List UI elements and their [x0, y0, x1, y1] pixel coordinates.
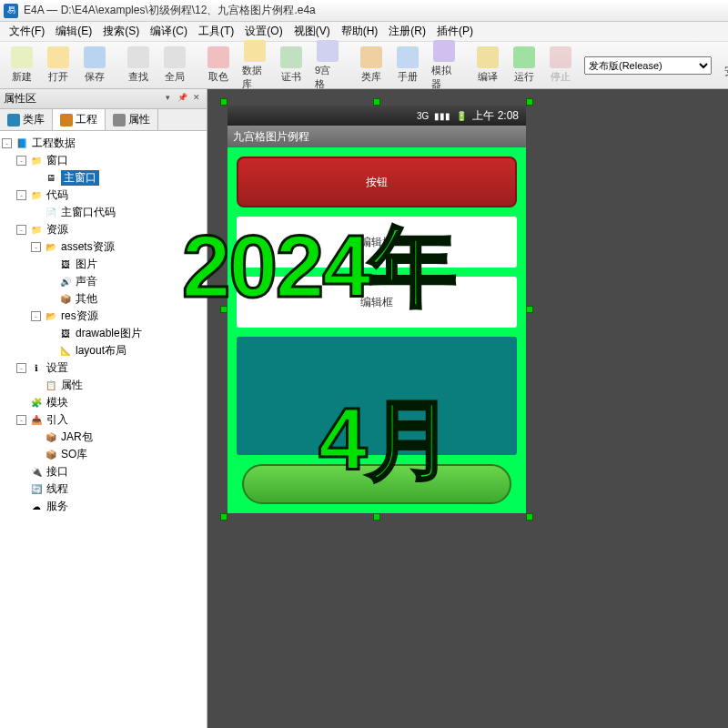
node-icon: 📥 [29, 414, 44, 427]
panel-dropdown-icon[interactable]: ▾ [161, 93, 174, 106]
panel-title: 属性区 [4, 91, 159, 106]
toolbar-icon [513, 46, 535, 68]
tree-node[interactable]: ☁服务 [2, 498, 205, 515]
node-label: 设置 [46, 360, 68, 376]
toolbar-取色[interactable]: 取色 [200, 45, 237, 86]
tree-node[interactable]: -📂assets资源 [2, 238, 205, 256]
tab-工程[interactable]: 工程 [53, 109, 106, 130]
tree-node[interactable]: 🖼drawable图片 [2, 325, 205, 342]
expand-icon[interactable]: - [2, 138, 12, 148]
toolbar-9宫格[interactable]: 9宫格 [309, 38, 346, 93]
node-label: 引入 [46, 412, 68, 428]
toolbar-label: 停止 [551, 70, 571, 84]
expand-icon[interactable]: - [16, 415, 26, 425]
expand-icon[interactable]: - [16, 156, 26, 166]
toolbar-手册[interactable]: 手册 [389, 45, 426, 86]
tab-属性[interactable]: 属性 [106, 109, 158, 130]
tab-label: 工程 [76, 112, 97, 127]
toolbar-extra[interactable]: 安 [712, 49, 728, 81]
tree-node[interactable]: 📋属性 [2, 377, 205, 394]
toolbar-停止: 停止 [542, 45, 579, 86]
toolbar-全局[interactable]: 全局 [157, 45, 193, 86]
toolbar-保存[interactable]: 保存 [76, 45, 113, 86]
toolbar-数据库[interactable]: 数据库 [237, 38, 273, 93]
expand-icon[interactable]: - [31, 311, 41, 321]
node-icon: 📂 [44, 310, 58, 323]
expand-icon[interactable]: - [16, 363, 26, 373]
node-label: 窗口 [46, 153, 68, 168]
left-panel: 属性区 ▾ 📌 ✕ 类库工程属性 -📘工程数据-📁窗口🖥主窗口-📁代码📄主窗口代… [0, 89, 207, 728]
toolbar-label: 9宫格 [315, 64, 340, 91]
toolbar-icon [244, 40, 266, 62]
tree-node[interactable]: 📦SO库 [2, 446, 205, 463]
tree-node[interactable]: -📥引入 [2, 411, 205, 429]
tree-node[interactable]: -📂res资源 [2, 308, 205, 325]
handle-bot-right[interactable] [526, 513, 533, 521]
handle-top-mid[interactable] [373, 98, 380, 106]
menu-1[interactable]: 编辑(E) [50, 22, 97, 41]
handle-mid-right[interactable] [526, 306, 533, 313]
node-icon: ℹ [29, 362, 44, 375]
tree-node[interactable]: -📁资源 [2, 221, 205, 238]
build-config-combo[interactable]: 发布版(Release) [584, 56, 712, 75]
toolbar-运行[interactable]: 运行 [506, 45, 542, 86]
handle-bot-mid[interactable] [373, 513, 380, 521]
tree-node[interactable]: 🔌接口 [2, 463, 205, 480]
tree-node[interactable]: 🔄线程 [2, 480, 205, 498]
expand-icon[interactable]: - [16, 225, 26, 235]
menu-2[interactable]: 搜索(S) [97, 22, 145, 41]
handle-bot-left[interactable] [220, 513, 228, 521]
tree-node[interactable]: 🔊声音 [2, 273, 205, 290]
node-icon: 📁 [29, 155, 44, 167]
device-preview[interactable]: 3G ▮▮▮ 🔋 上午 2:08 九宫格图片例程 按钮 编辑框 编辑框 [228, 106, 526, 513]
toolbar-模拟器[interactable]: 模拟器 [426, 38, 462, 93]
panel-pin-icon[interactable]: 📌 [176, 93, 188, 106]
selection-handles[interactable] [224, 102, 530, 517]
expand-icon[interactable]: - [31, 242, 41, 252]
menu-8[interactable]: 注册(R) [383, 22, 431, 41]
node-icon: 📘 [15, 137, 29, 150]
tree-node[interactable]: 📄主窗口代码 [2, 204, 205, 221]
toolbar-label: 类库 [361, 70, 381, 84]
tree-node[interactable]: -📘工程数据 [2, 135, 205, 152]
node-label: 主窗口代码 [61, 205, 116, 220]
tree-node[interactable]: 📦其他 [2, 290, 205, 308]
tab-类库[interactable]: 类库 [0, 109, 53, 130]
tree-node[interactable]: 📐layout布局 [2, 342, 205, 359]
tree-node[interactable]: 🖥主窗口 [2, 169, 205, 187]
toolbar-label: 新建 [12, 70, 32, 84]
tree-node[interactable]: 🖼图片 [2, 256, 205, 273]
handle-top-right[interactable] [526, 98, 533, 106]
toolbar-icon [433, 40, 455, 62]
design-canvas[interactable]: 3G ▮▮▮ 🔋 上午 2:08 九宫格图片例程 按钮 编辑框 编辑框 [207, 89, 728, 728]
tree-node[interactable]: -📁代码 [2, 187, 205, 204]
toolbar-编译[interactable]: 编译 [470, 45, 506, 86]
toolbar-证书[interactable]: 证书 [273, 45, 309, 86]
tab-icon [113, 114, 126, 126]
handle-top-left[interactable] [220, 98, 228, 106]
expand-icon[interactable]: - [16, 190, 26, 200]
node-label: 代码 [46, 187, 68, 203]
node-label: 工程数据 [32, 136, 76, 151]
menu-0[interactable]: 文件(F) [4, 22, 50, 41]
node-label: 资源 [46, 222, 68, 238]
node-label: 其他 [76, 291, 97, 307]
toolbar-查找[interactable]: 查找 [120, 45, 157, 86]
tree-node[interactable]: 📦JAR包 [2, 429, 205, 446]
toolbar-类库[interactable]: 类库 [353, 45, 389, 86]
node-label: 服务 [46, 499, 68, 514]
tree-node[interactable]: 🧩模块 [2, 394, 205, 411]
menubar: 文件(F)编辑(E)搜索(S)编译(C)工具(T)设置(O)视图(V)帮助(H)… [0, 22, 728, 42]
toolbar-新建[interactable]: 新建 [4, 45, 40, 86]
node-icon: 🖼 [58, 328, 73, 340]
toolbar-icon [397, 46, 419, 68]
menu-4[interactable]: 工具(T) [193, 22, 239, 41]
node-icon: 🧩 [29, 397, 44, 410]
toolbar-打开[interactable]: 打开 [40, 45, 76, 86]
node-icon: 📁 [29, 224, 44, 237]
tree-node[interactable]: -📁窗口 [2, 152, 205, 169]
menu-3[interactable]: 编译(C) [145, 22, 193, 41]
handle-mid-left[interactable] [220, 306, 228, 313]
tree-node[interactable]: -ℹ设置 [2, 359, 205, 377]
panel-close-icon[interactable]: ✕ [190, 93, 203, 106]
